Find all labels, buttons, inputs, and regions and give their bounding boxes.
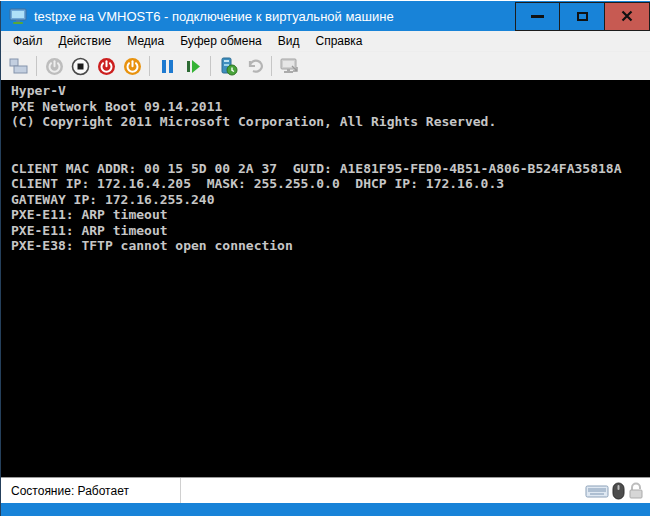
- toolbar: [1, 52, 650, 80]
- maximize-icon: [577, 12, 588, 21]
- toolbar-separator: [210, 56, 211, 76]
- menu-clipboard[interactable]: Буфер обмена: [172, 32, 270, 50]
- menu-action[interactable]: Действие: [51, 32, 120, 50]
- save-button[interactable]: [119, 54, 145, 78]
- minimize-button[interactable]: [515, 2, 560, 31]
- maximize-button[interactable]: [560, 2, 605, 31]
- turn-off-icon: [71, 57, 90, 76]
- unlock-icon: [628, 482, 644, 500]
- checkpoint-icon: [219, 57, 238, 76]
- title-bar[interactable]: testpxe на VMHOST6 - подключение к вирту…: [1, 1, 650, 31]
- ctrl-alt-del-icon: [9, 58, 29, 74]
- console-line: Hyper-V: [11, 83, 646, 99]
- console-line: PXE Network Boot 09.14.2011: [11, 99, 646, 115]
- shut-down-button[interactable]: [93, 54, 119, 78]
- window-bottom-border: [1, 503, 650, 515]
- mouse-icon: [612, 482, 625, 500]
- console-line: CLIENT IP: 172.16.4.205 MASK: 255.255.0.…: [11, 176, 646, 192]
- vm-console-screen[interactable]: Hyper-V PXE Network Boot 09.14.2011 (C) …: [1, 80, 650, 477]
- pause-button[interactable]: [154, 54, 180, 78]
- vm-state-panel: Состояние: Работает: [1, 478, 181, 503]
- shut-down-icon: [97, 57, 116, 76]
- console-line: CLIENT MAC ADDR: 00 15 5D 00 2A 37 GUID:…: [11, 161, 646, 177]
- revert-icon: [245, 58, 263, 74]
- toolbar-separator: [271, 56, 272, 76]
- status-bar: Состояние: Работает: [1, 477, 650, 503]
- start-power-icon: [45, 57, 64, 76]
- turn-off-button[interactable]: [67, 54, 93, 78]
- console-line: PXE-E38: TFTP cannot open connection: [11, 238, 646, 254]
- window-title: testpxe на VMHOST6 - подключение к вирту…: [34, 9, 394, 24]
- status-icons-panel: [181, 478, 650, 503]
- toolbar-separator: [36, 56, 37, 76]
- revert-button: [241, 54, 267, 78]
- pause-icon: [160, 59, 175, 74]
- menu-help[interactable]: Справка: [307, 32, 370, 50]
- ctrl-alt-del-button[interactable]: [6, 54, 32, 78]
- console-line: PXE-E11: ARP timeout: [11, 223, 646, 239]
- menu-file[interactable]: Файл: [5, 32, 51, 50]
- keyboard-icon: [585, 483, 609, 499]
- minimize-icon: [531, 15, 544, 18]
- menu-view[interactable]: Вид: [270, 32, 308, 50]
- console-line: [11, 145, 646, 161]
- close-icon: [621, 10, 633, 22]
- start-button: [41, 54, 67, 78]
- console-line: [11, 130, 646, 146]
- checkpoint-button[interactable]: [215, 54, 241, 78]
- vm-state-text: Состояние: Работает: [11, 484, 129, 498]
- menu-bar: Файл Действие Медиа Буфер обмена Вид Спр…: [1, 31, 650, 52]
- vm-connection-window: testpxe на VMHOST6 - подключение к вирту…: [1, 1, 650, 516]
- save-icon: [123, 57, 142, 76]
- toolbar-separator: [149, 56, 150, 76]
- reset-icon: [185, 59, 201, 74]
- enhanced-session-button: [276, 54, 302, 78]
- console-line: (C) Copyright 2011 Microsoft Corporation…: [11, 114, 646, 130]
- console-line: GATEWAY IP: 172.16.255.240: [11, 192, 646, 208]
- enhanced-session-icon: [279, 58, 299, 75]
- reset-button[interactable]: [180, 54, 206, 78]
- console-line: PXE-E11: ARP timeout: [11, 207, 646, 223]
- vm-connect-app-icon: [9, 8, 27, 25]
- close-button[interactable]: [605, 2, 650, 31]
- menu-media[interactable]: Медиа: [119, 32, 172, 50]
